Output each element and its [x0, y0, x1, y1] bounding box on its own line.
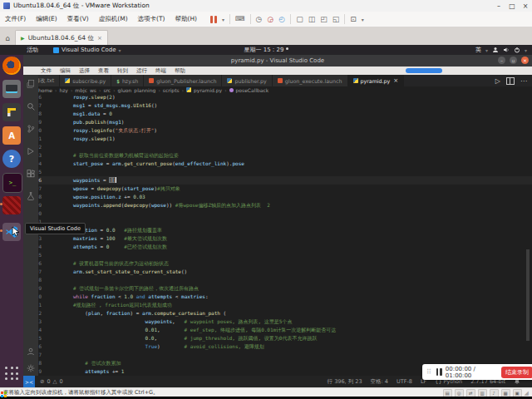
- explorer-icon[interactable]: [25, 78, 37, 90]
- account-icon[interactable]: [25, 346, 37, 357]
- sound-icon[interactable]: ♪: [490, 389, 499, 397]
- printer-icon[interactable]: ▦: [501, 389, 510, 397]
- close-button[interactable]: ×: [521, 57, 529, 64]
- breadcrumb-item[interactable]: gluon_planning: [118, 87, 156, 93]
- help-icon[interactable]: ?: [2, 150, 21, 168]
- code-editor[interactable]: 386 rospy.sleep(2)387 msg1 = std_msgs.ms…: [23, 93, 532, 376]
- code-line[interactable]: 390 rospy.loginfo("夹爪状态:打开"): [23, 126, 532, 135]
- vscode-menu-item[interactable]: 选择: [75, 67, 94, 75]
- vmware-menu-item[interactable]: 选项卡(T): [133, 15, 170, 23]
- editor-tab[interactable]: pyramid.py×: [348, 75, 405, 86]
- code-line[interactable]: 393 # 获取当前位姿数据最为机械臂运动的起始位姿: [23, 151, 532, 160]
- code-line[interactable]: 412 (plan, fraction) = arm.compute_carte…: [23, 309, 532, 318]
- run-file-icon[interactable]: ▷: [495, 77, 500, 85]
- vscode-menu-item[interactable]: 转到: [113, 67, 132, 75]
- code-line[interactable]: 403 maxtries = 100 #最大尝试规划次数: [23, 234, 532, 243]
- code-line[interactable]: 405: [23, 251, 532, 259]
- close-button[interactable]: ×: [519, 1, 532, 12]
- code-line[interactable]: 416 True) # avoid_collisions, 避障规划: [23, 342, 532, 351]
- vmware-menu-item[interactable]: 编辑(E): [31, 15, 62, 23]
- unity-view-icon[interactable]: ◰: [320, 16, 328, 23]
- code-line[interactable]: 404 attempts = 0 #已经尝试规划次数: [23, 243, 532, 251]
- cdrom-icon[interactable]: ◎: [455, 389, 464, 397]
- tab-close-icon[interactable]: ×: [393, 77, 398, 84]
- code-line[interactable]: 401: [23, 218, 532, 226]
- code-line[interactable]: 389 pub.publish(msg1): [23, 118, 532, 126]
- stop-recording-button[interactable]: 结束录制: [501, 367, 532, 378]
- editor-tab[interactable]: subscribe.py: [60, 75, 111, 86]
- ctrl-alt-del-icon[interactable]: ⌨: [235, 16, 245, 22]
- code-line[interactable]: 398 wpose.position.z += 0.03: [23, 193, 532, 201]
- breadcrumb-item[interactable]: hzy: [59, 87, 68, 93]
- breadcrumb-item[interactable]: poseCallback: [236, 87, 269, 93]
- usb-icon[interactable]: ▥: [478, 389, 487, 397]
- breadcrumb-item[interactable]: pyramid.py: [194, 87, 222, 93]
- minimize-button[interactable]: –: [498, 57, 505, 64]
- code-line[interactable]: 400: [23, 209, 532, 218]
- vscode-menu-item[interactable]: 查看: [94, 67, 113, 75]
- breadcrumb-item[interactable]: src: [103, 87, 111, 93]
- maximize-button[interactable]: ▫: [510, 57, 517, 64]
- code-line[interactable]: 397 wpose = deepcopy(start_pose)#拷贝对象: [23, 185, 532, 193]
- code-line[interactable]: 413 waypoints, # waypoint poses, 路点列表, 这…: [23, 318, 532, 326]
- source-control-icon[interactable]: [25, 123, 37, 135]
- extensions-icon[interactable]: [25, 168, 37, 180]
- code-line[interactable]: 392: [23, 143, 532, 151]
- pause-vm-icon[interactable]: [210, 16, 217, 23]
- thumbnail-view-icon[interactable]: ◫: [308, 16, 316, 23]
- vscode-menu-item[interactable]: 终端: [151, 67, 170, 75]
- files-app-icon[interactable]: [2, 80, 21, 98]
- red-app-icon[interactable]: [2, 196, 21, 214]
- ubuntu-software-icon[interactable]: A: [2, 126, 21, 145]
- editor-tab[interactable]: gluon_Publisher.launch: [144, 75, 222, 86]
- code-line[interactable]: 391 rospy.sleep(1): [23, 135, 532, 143]
- vscode-menu-item[interactable]: 运行: [132, 67, 151, 75]
- network-icon[interactable]: ⇄: [466, 389, 475, 397]
- code-line[interactable]: 387 msg1 = std_msgs.msg.UInt16(): [23, 101, 532, 110]
- statusbar-item[interactable]: UTF-8: [397, 378, 412, 386]
- search-icon[interactable]: [25, 101, 37, 112]
- clock[interactable]: 星期一 15：29: [0, 46, 532, 54]
- vm-tab[interactable]: ▶ Ubuntu18.04.6_64 位 ×: [15, 30, 108, 45]
- code-line[interactable]: 388 msg1.data = 0: [23, 110, 532, 118]
- code-line[interactable]: 396 waypoints = []: [23, 176, 532, 185]
- console-view-icon[interactable]: ▢: [296, 16, 303, 23]
- snapshot-revert-icon[interactable]: ◶: [267, 16, 273, 23]
- editor-tab[interactable]: $hzy.sh: [111, 75, 144, 86]
- code-line[interactable]: 408: [23, 276, 532, 284]
- code-line[interactable]: 406 # 设置机器臂当前的状态作为运动初始状态: [23, 259, 532, 268]
- code-line[interactable]: 410 while fraction < 1.0 and attempts < …: [23, 293, 532, 301]
- statusbar-item[interactable]: 行 396, 列 23: [328, 378, 362, 386]
- breadcrumb-item[interactable]: home: [38, 87, 52, 93]
- snapshot-take-icon[interactable]: ◷: [256, 16, 263, 23]
- split-editor-icon[interactable]: [506, 77, 515, 85]
- maximize-button[interactable]: □: [505, 1, 519, 12]
- statusbar-item[interactable]: 空格: 4: [371, 378, 388, 386]
- run-debug-icon[interactable]: [25, 145, 37, 157]
- snapshot-manage-icon[interactable]: ◴: [278, 16, 285, 23]
- code-line[interactable]: 402 fraction = 0.0 #路径规划覆盖率: [23, 226, 532, 234]
- code-line[interactable]: 417: [23, 351, 532, 359]
- code-line[interactable]: 394 start_pose = arm.get_current_pose(en…: [23, 160, 532, 168]
- vmware-menu-item[interactable]: 帮助(H): [170, 15, 203, 23]
- firefox-icon[interactable]: [2, 57, 21, 75]
- vscode-menu-item[interactable]: 编辑: [56, 67, 75, 75]
- windows-logo-icon[interactable]: [1, 392, 7, 397]
- settings-gear-icon[interactable]: [25, 362, 37, 374]
- code-line[interactable]: 409 # 尝试规划一条笛卡尔空间下的路径，依次通过所有路点: [23, 284, 532, 293]
- vmware-home-tab[interactable]: ⌂: [0, 32, 15, 45]
- code-line[interactable]: 411 #规划路径 , fraction返回1代表规划成功: [23, 301, 532, 309]
- vmware-menu-item[interactable]: 查看(V): [62, 15, 94, 23]
- vmware-menu-item[interactable]: 虚拟机(M): [94, 15, 133, 23]
- editor-scrollbar[interactable]: [526, 249, 530, 341]
- remote-indicator[interactable]: ><: [23, 376, 35, 387]
- code-line[interactable]: 415 0.0, # jump_threshold, 跳跃阈值, 设置为0代表不…: [23, 334, 532, 342]
- vscode-menu-item[interactable]: 帮助: [170, 67, 190, 75]
- resize-grip[interactable]: ◢: [525, 390, 529, 397]
- editor-tab[interactable]: publisher.py: [222, 75, 272, 86]
- minimize-button[interactable]: –: [492, 1, 505, 12]
- fullscreen-dropdown-icon[interactable]: ▾: [362, 17, 364, 22]
- drag-handle-icon[interactable]: ⠿: [426, 368, 431, 376]
- harddisk-icon[interactable]: ▤: [443, 389, 452, 397]
- vm-tab-close-icon[interactable]: ×: [97, 35, 102, 42]
